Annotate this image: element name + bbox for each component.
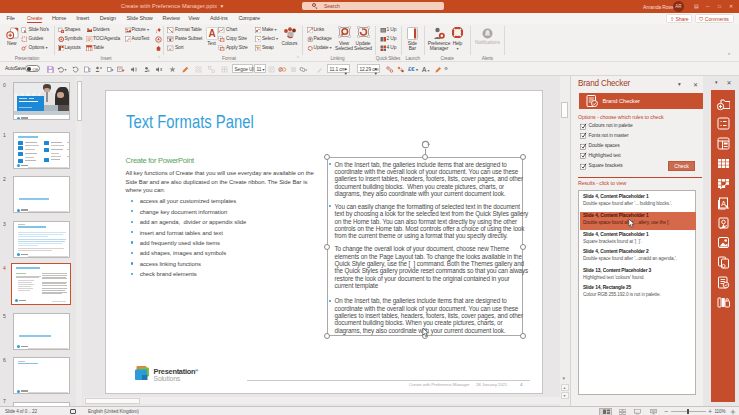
svg-text:A: A [208,28,215,39]
svg-text:▾: ▾ [306,67,308,71]
